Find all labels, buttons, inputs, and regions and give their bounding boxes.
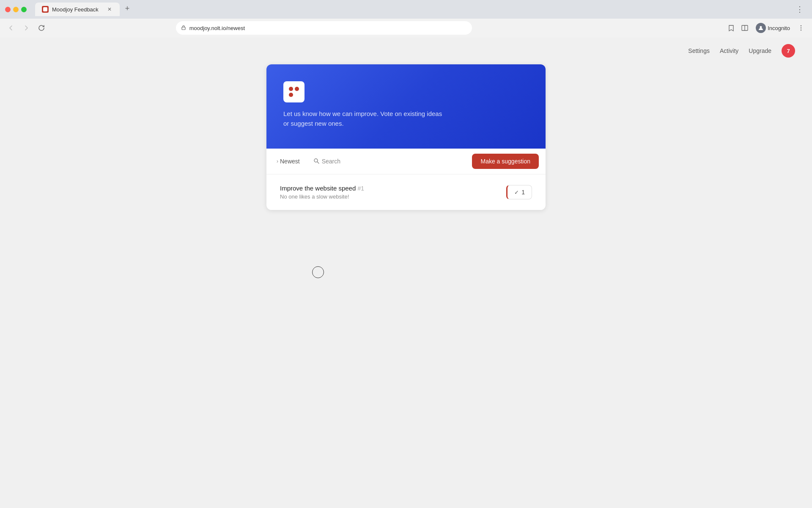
suggestion-title-text: Improve the website speed [280,185,356,192]
logo-dots [287,85,301,99]
activity-link[interactable]: Activity [720,47,738,54]
browser-toolbar: moodjoy.nolt.io/newest Incognito [0,19,812,37]
new-tab-button[interactable]: + [121,3,133,14]
svg-rect-0 [182,27,185,30]
window-minimize-button[interactable] [13,7,19,12]
tab-favicon [42,6,49,13]
search-label: Search [322,158,340,165]
svg-point-7 [314,159,318,162]
lock-icon [181,25,186,31]
incognito-icon [756,23,766,33]
toolbar-right: Incognito [725,21,807,35]
reload-button[interactable] [36,22,47,34]
feedback-card: Let us know how we can improve. Vote on … [266,64,546,210]
svg-point-4 [801,25,801,26]
svg-line-8 [317,162,319,163]
browser-chrome: Moodjoy Feedback ✕ + ⋮ moodjoy.nolt.io/n… [0,0,812,37]
site-navigation: Settings Activity Upgrade 7 [0,37,812,64]
suggestion-text: Improve the website speed #1 No one like… [280,185,499,200]
incognito-button[interactable]: Incognito [752,21,793,35]
sort-filter[interactable]: › Newest [273,155,303,167]
suggestion-title: Improve the website speed #1 [280,185,499,192]
vote-check-icon: ✓ [514,189,519,196]
window-controls [5,7,27,12]
tab-title: Moodjoy Feedback [52,6,99,13]
svg-point-3 [760,26,762,28]
sort-chevron-icon: › [277,158,278,164]
svg-point-6 [801,30,801,30]
suggestions-list: Improve the website speed #1 No one like… [266,174,546,210]
tab-close-button[interactable]: ✕ [106,6,113,13]
incognito-label: Incognito [768,25,790,31]
avatar-badge[interactable]: 7 [782,44,795,58]
card-tagline: Let us know how we can improve. Vote on … [283,109,444,128]
main-content: Let us know how we can improve. Vote on … [0,64,812,210]
logo-dot-3 [289,93,293,97]
search-icon [313,158,319,165]
card-toolbar: › Newest Search Make a suggestion [266,149,546,174]
window-close-button[interactable] [5,7,11,12]
logo-dot-2 [295,87,299,91]
browser-menu-button[interactable] [795,22,807,34]
suggestion-id: #1 [357,185,364,192]
app-logo [283,81,304,102]
split-screen-button[interactable] [739,22,751,34]
suggestion-item: Improve the website speed #1 No one like… [266,174,546,210]
bookmark-button[interactable] [725,22,737,34]
page-content: Settings Activity Upgrade 7 Let us know … [0,37,812,489]
address-bar[interactable]: moodjoy.nolt.io/newest [176,21,472,35]
back-button[interactable] [5,22,17,34]
forward-button[interactable] [20,22,32,34]
vote-count: 1 [521,189,525,196]
upgrade-link[interactable]: Upgrade [749,47,771,54]
tab-bar: Moodjoy Feedback ✕ + [30,3,138,16]
vote-button[interactable]: ✓ 1 [506,185,532,199]
browser-titlebar: Moodjoy Feedback ✕ + ⋮ [0,0,812,19]
window-maximize-button[interactable] [21,7,27,12]
card-header: Let us know how we can improve. Vote on … [266,64,546,149]
search-area[interactable]: Search [310,155,344,168]
url-text: moodjoy.nolt.io/newest [189,25,245,31]
browser-menu-icon[interactable]: ⋮ [793,3,807,16]
make-suggestion-button[interactable]: Make a suggestion [472,154,539,169]
logo-dot-1 [289,87,293,91]
sort-label: Newest [280,158,300,165]
svg-point-5 [801,28,801,28]
suggestion-description: No one likes a slow website! [280,193,499,200]
active-tab[interactable]: Moodjoy Feedback ✕ [35,3,120,16]
settings-link[interactable]: Settings [688,47,710,54]
